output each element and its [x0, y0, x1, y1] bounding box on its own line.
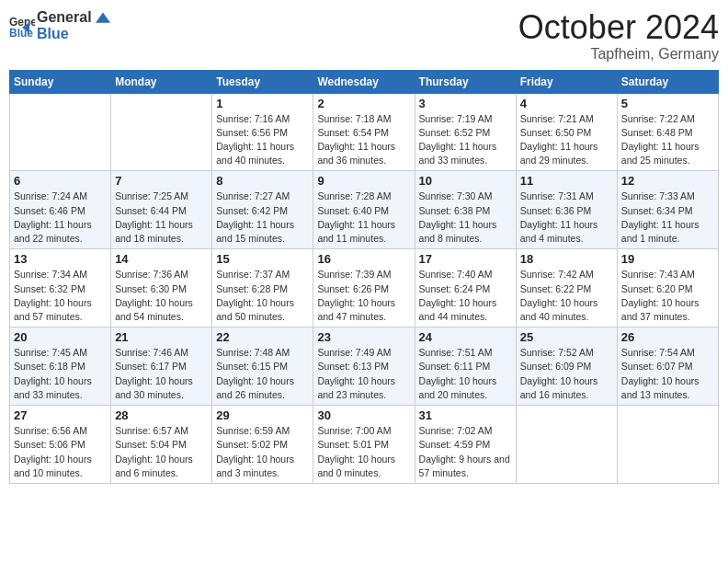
cell-info: Sunrise: 7:22 AM Sunset: 6:48 PM Dayligh… — [621, 112, 714, 168]
logo-triangle — [96, 12, 110, 25]
cell-info: Sunrise: 7:46 AM Sunset: 6:17 PM Dayligh… — [115, 346, 208, 402]
location: Tapfheim, Germany — [518, 46, 719, 63]
day-number: 27 — [14, 408, 107, 422]
calendar-cell: 3Sunrise: 7:19 AM Sunset: 6:52 PM Daylig… — [415, 93, 516, 171]
cell-info: Sunrise: 7:43 AM Sunset: 6:20 PM Dayligh… — [621, 268, 714, 324]
calendar-cell: 12Sunrise: 7:33 AM Sunset: 6:34 PM Dayli… — [617, 171, 718, 249]
page-header: General Blue General Blue October 2024 T… — [9, 9, 719, 63]
calendar-cell: 11Sunrise: 7:31 AM Sunset: 6:36 PM Dayli… — [516, 171, 617, 249]
cell-info: Sunrise: 7:30 AM Sunset: 6:38 PM Dayligh… — [419, 190, 512, 246]
day-number: 25 — [520, 330, 613, 344]
calendar-cell: 26Sunrise: 7:54 AM Sunset: 6:07 PM Dayli… — [617, 327, 718, 406]
calendar-cell: 22Sunrise: 7:48 AM Sunset: 6:15 PM Dayli… — [212, 327, 313, 406]
day-number: 20 — [14, 330, 107, 344]
cell-info: Sunrise: 7:02 AM Sunset: 4:59 PM Dayligh… — [419, 424, 512, 480]
cell-info: Sunrise: 7:49 AM Sunset: 6:13 PM Dayligh… — [317, 346, 410, 402]
cell-info: Sunrise: 7:48 AM Sunset: 6:15 PM Dayligh… — [216, 346, 309, 402]
week-row-4: 20Sunrise: 7:45 AM Sunset: 6:18 PM Dayli… — [10, 327, 719, 406]
calendar-cell: 29Sunrise: 6:59 AM Sunset: 5:02 PM Dayli… — [212, 406, 313, 484]
day-number: 10 — [419, 174, 512, 188]
calendar-cell: 14Sunrise: 7:36 AM Sunset: 6:30 PM Dayli… — [111, 249, 212, 327]
cell-info: Sunrise: 7:42 AM Sunset: 6:22 PM Dayligh… — [520, 268, 613, 324]
week-row-3: 13Sunrise: 7:34 AM Sunset: 6:32 PM Dayli… — [10, 249, 719, 327]
day-number: 9 — [317, 174, 410, 188]
cell-info: Sunrise: 7:24 AM Sunset: 6:46 PM Dayligh… — [14, 190, 107, 246]
column-header-monday: Monday — [111, 70, 212, 93]
day-number: 4 — [520, 97, 613, 110]
cell-info: Sunrise: 7:36 AM Sunset: 6:30 PM Dayligh… — [115, 268, 208, 324]
column-header-wednesday: Wednesday — [313, 70, 415, 93]
cell-info: Sunrise: 6:57 AM Sunset: 5:04 PM Dayligh… — [115, 424, 208, 480]
logo-text: General Blue — [37, 9, 110, 41]
week-row-2: 6Sunrise: 7:24 AM Sunset: 6:46 PM Daylig… — [10, 171, 719, 249]
logo-icon: General Blue — [9, 13, 35, 39]
calendar-cell: 30Sunrise: 7:00 AM Sunset: 5:01 PM Dayli… — [313, 406, 415, 484]
cell-info: Sunrise: 7:45 AM Sunset: 6:18 PM Dayligh… — [14, 346, 107, 402]
day-number: 21 — [115, 330, 208, 344]
calendar-cell — [617, 406, 718, 484]
week-row-1: 1Sunrise: 7:16 AM Sunset: 6:56 PM Daylig… — [10, 93, 719, 171]
cell-info: Sunrise: 7:31 AM Sunset: 6:36 PM Dayligh… — [520, 190, 613, 246]
cell-info: Sunrise: 7:37 AM Sunset: 6:28 PM Dayligh… — [216, 268, 309, 324]
cell-info: Sunrise: 7:28 AM Sunset: 6:40 PM Dayligh… — [317, 190, 410, 246]
day-number: 5 — [621, 97, 714, 110]
day-number: 8 — [216, 174, 309, 188]
day-number: 18 — [520, 252, 613, 266]
calendar-cell: 7Sunrise: 7:25 AM Sunset: 6:44 PM Daylig… — [111, 171, 212, 249]
logo: General Blue General Blue — [9, 9, 110, 41]
cell-info: Sunrise: 7:52 AM Sunset: 6:09 PM Dayligh… — [520, 346, 613, 402]
week-row-5: 27Sunrise: 6:56 AM Sunset: 5:06 PM Dayli… — [10, 406, 719, 484]
calendar-cell: 21Sunrise: 7:46 AM Sunset: 6:17 PM Dayli… — [111, 327, 212, 406]
cell-info: Sunrise: 7:25 AM Sunset: 6:44 PM Dayligh… — [115, 190, 208, 246]
day-number: 26 — [621, 330, 714, 344]
cell-info: Sunrise: 7:34 AM Sunset: 6:32 PM Dayligh… — [14, 268, 107, 324]
title-block: October 2024 Tapfheim, Germany — [518, 9, 719, 63]
calendar-cell: 5Sunrise: 7:22 AM Sunset: 6:48 PM Daylig… — [617, 93, 718, 171]
calendar-cell: 31Sunrise: 7:02 AM Sunset: 4:59 PM Dayli… — [415, 406, 516, 484]
calendar-cell: 2Sunrise: 7:18 AM Sunset: 6:54 PM Daylig… — [313, 93, 415, 171]
svg-marker-3 — [96, 12, 110, 22]
column-header-friday: Friday — [516, 70, 617, 93]
calendar-cell: 6Sunrise: 7:24 AM Sunset: 6:46 PM Daylig… — [10, 171, 111, 249]
header-row: SundayMondayTuesdayWednesdayThursdayFrid… — [10, 70, 719, 93]
cell-info: Sunrise: 7:18 AM Sunset: 6:54 PM Dayligh… — [317, 112, 410, 168]
cell-info: Sunrise: 7:54 AM Sunset: 6:07 PM Dayligh… — [621, 346, 714, 402]
day-number: 3 — [419, 97, 512, 110]
cell-info: Sunrise: 7:51 AM Sunset: 6:11 PM Dayligh… — [419, 346, 512, 402]
day-number: 7 — [115, 174, 208, 188]
cell-info: Sunrise: 7:39 AM Sunset: 6:26 PM Dayligh… — [317, 268, 410, 324]
calendar-cell: 9Sunrise: 7:28 AM Sunset: 6:40 PM Daylig… — [313, 171, 415, 249]
calendar-cell: 28Sunrise: 6:57 AM Sunset: 5:04 PM Dayli… — [111, 406, 212, 484]
calendar-cell: 15Sunrise: 7:37 AM Sunset: 6:28 PM Dayli… — [212, 249, 313, 327]
day-number: 16 — [317, 252, 410, 266]
calendar-cell: 4Sunrise: 7:21 AM Sunset: 6:50 PM Daylig… — [516, 93, 617, 171]
column-header-sunday: Sunday — [10, 70, 111, 93]
day-number: 12 — [621, 174, 714, 188]
calendar-cell: 1Sunrise: 7:16 AM Sunset: 6:56 PM Daylig… — [212, 93, 313, 171]
calendar-table: SundayMondayTuesdayWednesdayThursdayFrid… — [9, 70, 719, 484]
day-number: 30 — [317, 408, 410, 422]
cell-info: Sunrise: 7:21 AM Sunset: 6:50 PM Dayligh… — [520, 112, 613, 168]
cell-info: Sunrise: 7:40 AM Sunset: 6:24 PM Dayligh… — [419, 268, 512, 324]
cell-info: Sunrise: 7:33 AM Sunset: 6:34 PM Dayligh… — [621, 190, 714, 246]
day-number: 1 — [216, 97, 309, 110]
cell-info: Sunrise: 6:59 AM Sunset: 5:02 PM Dayligh… — [216, 424, 309, 480]
calendar-cell: 25Sunrise: 7:52 AM Sunset: 6:09 PM Dayli… — [516, 327, 617, 406]
day-number: 15 — [216, 252, 309, 266]
day-number: 6 — [14, 174, 107, 188]
calendar-cell: 23Sunrise: 7:49 AM Sunset: 6:13 PM Dayli… — [313, 327, 415, 406]
cell-info: Sunrise: 7:19 AM Sunset: 6:52 PM Dayligh… — [419, 112, 512, 168]
calendar-cell: 13Sunrise: 7:34 AM Sunset: 6:32 PM Dayli… — [10, 249, 111, 327]
calendar-cell: 27Sunrise: 6:56 AM Sunset: 5:06 PM Dayli… — [10, 406, 111, 484]
svg-text:Blue: Blue — [9, 27, 33, 39]
day-number: 2 — [317, 97, 410, 110]
calendar-cell: 24Sunrise: 7:51 AM Sunset: 6:11 PM Dayli… — [415, 327, 516, 406]
day-number: 24 — [419, 330, 512, 344]
cell-info: Sunrise: 7:16 AM Sunset: 6:56 PM Dayligh… — [216, 112, 309, 168]
calendar-cell: 10Sunrise: 7:30 AM Sunset: 6:38 PM Dayli… — [415, 171, 516, 249]
calendar-cell: 16Sunrise: 7:39 AM Sunset: 6:26 PM Dayli… — [313, 249, 415, 327]
day-number: 31 — [419, 408, 512, 422]
day-number: 29 — [216, 408, 309, 422]
month-title: October 2024 — [518, 9, 719, 46]
calendar-cell: 19Sunrise: 7:43 AM Sunset: 6:20 PM Dayli… — [617, 249, 718, 327]
